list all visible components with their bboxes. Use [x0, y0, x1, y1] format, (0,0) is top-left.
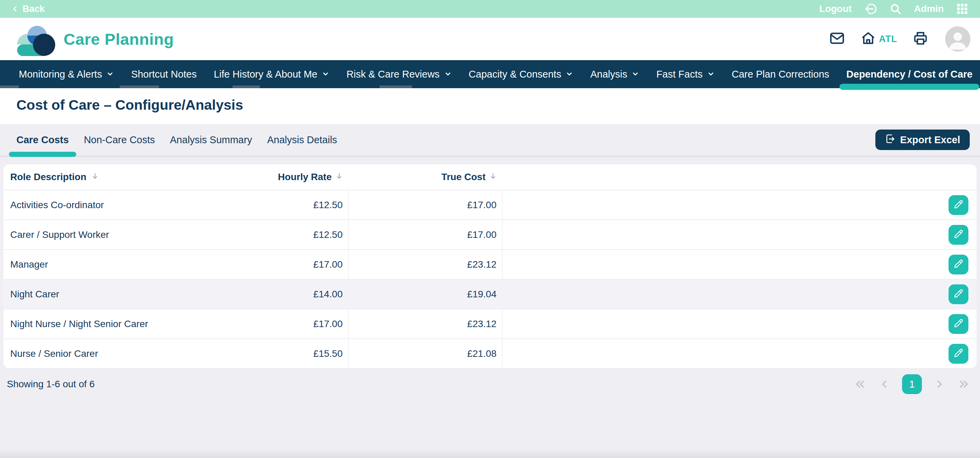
column-label: Role Description — [10, 172, 86, 183]
next-page-button[interactable] — [933, 377, 947, 391]
user-avatar[interactable] — [945, 26, 970, 52]
nav-item[interactable]: Risk & Care Reviews — [338, 60, 460, 88]
chevron-down-icon — [322, 69, 329, 80]
edit-row-button[interactable] — [948, 225, 968, 245]
search-icon[interactable] — [889, 3, 902, 15]
chevron-down-icon — [444, 69, 452, 80]
pencil-icon — [953, 318, 964, 329]
hourly-rate-cell: £12.50 — [208, 220, 349, 249]
nav-item-label: Care Plan Corrections — [732, 69, 829, 80]
hourly-rate-cell: £12.50 — [208, 190, 349, 219]
pencil-icon — [953, 348, 964, 359]
export-excel-label: Export Excel — [900, 134, 960, 146]
column-header-true-cost[interactable]: True Cost — [349, 172, 503, 183]
table-row[interactable]: Nurse / Senior Carer£15.50£21.08 — [3, 339, 977, 368]
nav-item[interactable]: Dependency / Cost of Care — [838, 60, 980, 88]
edit-row-button[interactable] — [948, 344, 968, 364]
table-row[interactable]: Night Nurse / Night Senior Carer£17.00£2… — [3, 309, 977, 339]
nav-item-label: Life History & About Me — [214, 69, 317, 80]
main-nav: Monitoring & AlertsShortcut NotesLife Hi… — [0, 60, 980, 88]
logout-icon[interactable] — [864, 2, 877, 15]
true-cost-cell: £21.08 — [349, 339, 503, 368]
table-row[interactable]: Activities Co-ordinator£12.50£17.00 — [3, 190, 977, 219]
role-description-cell: Carer / Support Worker — [3, 229, 208, 240]
edit-row-button[interactable] — [948, 254, 968, 275]
last-page-button[interactable] — [958, 377, 971, 391]
home-link[interactable]: ATL — [861, 31, 897, 47]
chevron-left-icon — [12, 4, 19, 14]
nav-item[interactable]: Shortcut Notes — [123, 60, 205, 88]
apps-grid-icon[interactable] — [956, 3, 968, 15]
care-costs-table: Role Description Hourly Rate True Cost A… — [3, 164, 977, 368]
bottom-shadow — [0, 449, 980, 458]
true-cost-cell: £17.00 — [349, 220, 503, 249]
role-description-cell: Activities Co-ordinator — [3, 200, 208, 210]
nav-item[interactable]: Analysis — [582, 60, 648, 88]
chevron-down-icon — [632, 69, 639, 80]
hourly-rate-cell: £15.50 — [208, 339, 349, 368]
true-cost-cell: £19.04 — [349, 280, 503, 309]
role-description-cell: Manager — [3, 259, 208, 270]
pagination: 1 — [853, 374, 971, 394]
top-utility-bar: Back Logout Admin — [0, 0, 980, 18]
print-icon[interactable] — [913, 31, 928, 47]
pencil-icon — [953, 199, 964, 210]
mail-icon[interactable] — [829, 30, 845, 48]
nav-item[interactable]: Life History & About Me — [205, 60, 338, 88]
nav-indicator-stub — [120, 86, 159, 88]
back-button[interactable]: Back — [12, 4, 45, 14]
nav-indicator-stub — [0, 86, 19, 88]
table-footer: Showing 1-6 out of 6 1 — [0, 368, 980, 394]
current-page-button[interactable]: 1 — [902, 374, 922, 394]
nav-item[interactable]: Capacity & Consents — [460, 60, 582, 88]
nav-item-label: Risk & Care Reviews — [346, 69, 439, 80]
hourly-rate-cell: £17.00 — [208, 309, 349, 339]
nav-indicator-stub — [380, 86, 412, 88]
true-cost-cell: £17.00 — [349, 190, 503, 219]
admin-menu[interactable]: Admin — [914, 3, 944, 14]
chevron-down-icon — [566, 69, 573, 80]
nav-item[interactable]: Monitoring & Alerts — [10, 60, 123, 88]
pencil-icon — [953, 259, 964, 270]
sort-down-icon — [489, 172, 497, 183]
edit-row-button[interactable] — [948, 314, 968, 334]
nav-item[interactable]: Fast Facts — [648, 60, 723, 88]
nav-item-label: Capacity & Consents — [469, 69, 562, 80]
nav-item-label: Analysis — [590, 69, 627, 80]
first-page-button[interactable] — [853, 377, 867, 391]
hourly-rate-cell: £14.00 — [208, 280, 349, 309]
column-label: True Cost — [441, 172, 485, 183]
nav-item[interactable]: Care Plan Corrections — [723, 60, 838, 88]
export-file-icon — [885, 134, 895, 146]
logout-link[interactable]: Logout — [819, 3, 852, 14]
page-title: Cost of Care – Configure/Analysis — [16, 97, 964, 113]
tab-analysis-summary[interactable]: Analysis Summary — [162, 124, 259, 156]
role-description-cell: Night Carer — [3, 289, 208, 300]
hourly-rate-cell: £17.00 — [208, 250, 349, 279]
edit-row-button[interactable] — [948, 285, 968, 304]
care-planning-logo — [14, 21, 56, 57]
nav-item-label: Dependency / Cost of Care — [846, 69, 972, 80]
edit-row-button[interactable] — [948, 195, 968, 215]
table-row[interactable]: Carer / Support Worker£12.50£17.00 — [3, 219, 977, 249]
column-header-hourly-rate[interactable]: Hourly Rate — [208, 172, 349, 183]
table-row[interactable]: Night Carer£14.00£19.04 — [3, 279, 977, 309]
previous-page-button[interactable] — [877, 377, 891, 391]
nav-item-label: Monitoring & Alerts — [19, 69, 102, 80]
nav-item-label: Fast Facts — [656, 69, 702, 80]
true-cost-cell: £23.12 — [349, 250, 503, 279]
export-excel-button[interactable]: Export Excel — [875, 130, 970, 150]
tab-non-care-costs[interactable]: Non-Care Costs — [76, 124, 162, 156]
tab-care-costs[interactable]: Care Costs — [9, 124, 76, 156]
tabs-row: Care CostsNon-Care CostsAnalysis Summary… — [0, 124, 980, 157]
location-code: ATL — [879, 34, 897, 45]
tab-analysis-details[interactable]: Analysis Details — [259, 124, 345, 156]
home-icon — [861, 31, 876, 47]
column-header-role-description[interactable]: Role Description — [3, 172, 208, 183]
table-row[interactable]: Manager£17.00£23.12 — [3, 249, 977, 279]
true-cost-cell: £23.12 — [349, 309, 503, 339]
column-label: Hourly Rate — [278, 172, 332, 183]
chevron-down-icon — [107, 69, 114, 80]
page-title-section: Cost of Care – Configure/Analysis — [0, 88, 980, 124]
chevron-down-icon — [707, 69, 715, 80]
